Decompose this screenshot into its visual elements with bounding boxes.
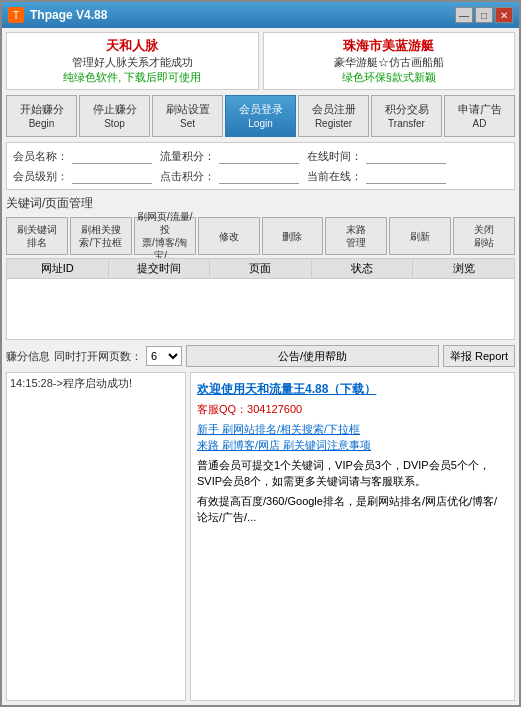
toolbar-btn-register[interactable]: 会员注册Register: [298, 95, 369, 137]
kw-btn-3[interactable]: 修改: [198, 217, 260, 255]
kw-btn-0[interactable]: 刷关键词 排名: [6, 217, 68, 255]
main-window: T Thpage V4.88 — □ ✕ 天和人脉 管理好人脉关系才能成功 纯绿…: [0, 0, 521, 707]
banner-left-sub2: 纯绿色软件, 下载后即可使用: [63, 70, 201, 85]
maximize-button[interactable]: □: [475, 7, 493, 23]
app-icon: T: [8, 7, 24, 23]
toolbar-btn-begin[interactable]: 开始赚分Begin: [6, 95, 77, 137]
main-content: 天和人脉 管理好人脉关系才能成功 纯绿色软件, 下载后即可使用 珠海市美蓝游艇 …: [2, 28, 519, 705]
kw-btn-7[interactable]: 关闭 刷站: [453, 217, 515, 255]
click-score-label: 点击积分：: [160, 169, 215, 184]
kw-btn-4[interactable]: 删除: [262, 217, 324, 255]
help-button[interactable]: 公告/使用帮助: [186, 345, 439, 367]
toolbar-btn-stop[interactable]: 停止赚分Stop: [79, 95, 150, 137]
toolbar-btn-ad[interactable]: 申请广告AD: [444, 95, 515, 137]
title-buttons: — □ ✕: [455, 7, 513, 23]
table-header: 网址ID 提交时间 页面 状态 浏览: [7, 259, 514, 279]
online-time-field: 在线时间：: [307, 148, 446, 164]
toolbar-btn-set[interactable]: 刷站设置Set: [152, 95, 223, 137]
keyword-toolbar: 刷关键词 排名刷相关搜 索/下拉框刷网页/流量/投 票/博客/淘宝/...修改删…: [6, 217, 515, 255]
member-level-field: 会员级别：: [13, 168, 152, 184]
data-table: 网址ID 提交时间 页面 状态 浏览: [6, 258, 515, 340]
log-area: 14:15:28->程序启动成功! 欢迎使用天和流量王4.88（下载） 客服QQ…: [6, 372, 515, 701]
close-button[interactable]: ✕: [495, 7, 513, 23]
bottom-bar: 赚分信息 同时打开网页数： 12345678910 公告/使用帮助 举报 Rep…: [6, 343, 515, 369]
info-title-link[interactable]: 欢迎使用天和流量王4.88（下载）: [197, 382, 376, 396]
info-paragraph-2: 有效提高百度/360/Google排名，是刷网站排名/网店优化/博客/论坛/广告…: [197, 493, 508, 526]
col-header-browse: 浏览: [413, 259, 514, 278]
banner-right-title: 珠海市美蓝游艇: [343, 37, 434, 55]
concurrent-select[interactable]: 12345678910: [146, 346, 182, 366]
window-title: Thpage V4.88: [30, 8, 107, 22]
toolbar: 开始赚分Begin停止赚分Stop刷站设置Set会员登录Login会员注册Reg…: [6, 93, 515, 139]
current-online-label: 当前在线：: [307, 169, 362, 184]
click-score-field: 点击积分：: [160, 168, 299, 184]
online-time-label: 在线时间：: [307, 149, 362, 164]
flow-score-field: 流量积分：: [160, 148, 299, 164]
col-header-status: 状态: [312, 259, 414, 278]
banner-right-sub2: 绿色环保§款式新颖: [342, 70, 436, 85]
col-header-page: 页面: [210, 259, 312, 278]
member-name-field: 会员名称：: [13, 148, 152, 164]
col-header-time: 提交时间: [109, 259, 211, 278]
member-name-value: [72, 148, 152, 164]
current-online-field: 当前在线：: [307, 168, 446, 184]
flow-score-value: [219, 148, 299, 164]
info-panel: 欢迎使用天和流量王4.88（下载） 客服QQ：304127600 新手 刷网站排…: [190, 372, 515, 701]
kw-btn-6[interactable]: 刷新: [389, 217, 451, 255]
service-qq: 客服QQ：304127600: [197, 401, 508, 418]
online-time-value: [366, 148, 446, 164]
kw-btn-1[interactable]: 刷相关搜 索/下拉框: [70, 217, 132, 255]
banner-left[interactable]: 天和人脉 管理好人脉关系才能成功 纯绿色软件, 下载后即可使用: [6, 32, 259, 90]
minimize-button[interactable]: —: [455, 7, 473, 23]
keyword-section-title: 关键词/页面管理: [6, 193, 515, 214]
col-header-id: 网址ID: [7, 259, 109, 278]
member-name-label: 会员名称：: [13, 149, 68, 164]
earn-label: 赚分信息: [6, 349, 50, 364]
info-link-2[interactable]: 来路 刷博客/网店 刷关键词注意事项: [197, 439, 371, 451]
report-button[interactable]: 举报 Report: [443, 345, 515, 367]
member-level-value: [72, 168, 152, 184]
banner-left-title: 天和人脉: [106, 37, 158, 55]
member-info: 会员名称： 流量积分： 在线时间： 会员级别： 点击积分：: [6, 142, 515, 190]
banner-left-sub1: 管理好人脉关系才能成功: [72, 55, 193, 70]
click-score-value: [219, 168, 299, 184]
title-bar-left: T Thpage V4.88: [8, 7, 107, 23]
log-panel: 14:15:28->程序启动成功!: [6, 372, 186, 701]
info-paragraph-1: 普通会员可提交1个关键词，VIP会员3个，DVIP会员5个个，SVIP会员8个，…: [197, 457, 508, 490]
member-level-label: 会员级别：: [13, 169, 68, 184]
banner-area: 天和人脉 管理好人脉关系才能成功 纯绿色软件, 下载后即可使用 珠海市美蓝游艇 …: [6, 32, 515, 90]
log-entry: 14:15:28->程序启动成功!: [10, 376, 182, 391]
concurrent-label: 同时打开网页数：: [54, 349, 142, 364]
toolbar-btn-transfer[interactable]: 积分交易Transfer: [371, 95, 442, 137]
kw-btn-2[interactable]: 刷网页/流量/投 票/博客/淘宝/...: [134, 217, 196, 255]
flow-score-label: 流量积分：: [160, 149, 215, 164]
current-online-value: [366, 168, 446, 184]
title-bar: T Thpage V4.88 — □ ✕: [2, 2, 519, 28]
table-body: [7, 279, 514, 339]
toolbar-btn-login[interactable]: 会员登录Login: [225, 95, 296, 137]
info-link-1[interactable]: 新手 刷网站排名/相关搜索/下拉框: [197, 423, 360, 435]
kw-btn-5[interactable]: 末路 管理: [325, 217, 387, 255]
banner-right-sub1: 豪华游艇☆仿古画船船: [334, 55, 444, 70]
member-row-2: 会员级别： 点击积分： 当前在线：: [13, 166, 508, 186]
banner-right[interactable]: 珠海市美蓝游艇 豪华游艇☆仿古画船船 绿色环保§款式新颖: [263, 32, 516, 90]
member-row-1: 会员名称： 流量积分： 在线时间：: [13, 146, 508, 166]
